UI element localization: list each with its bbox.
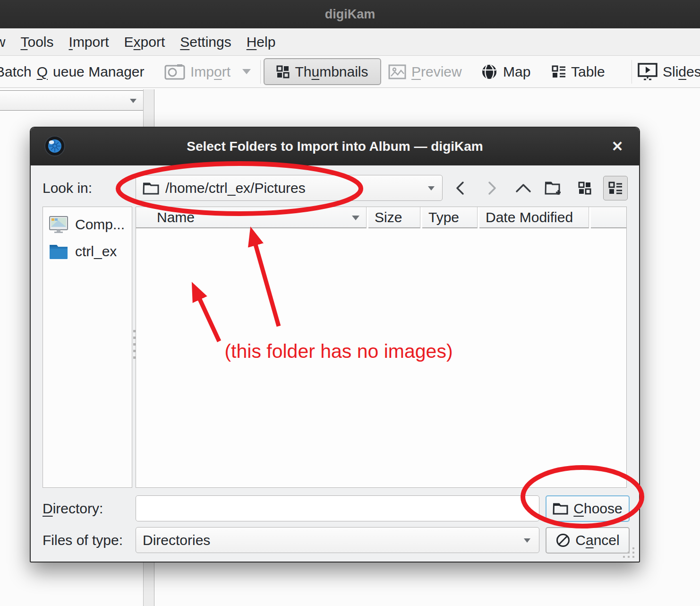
- place-label: Comp...: [75, 216, 125, 233]
- path-combobox[interactable]: /home/ctrl_ex/Pictures: [136, 175, 443, 201]
- back-button[interactable]: [448, 176, 472, 200]
- menu-import[interactable]: Import: [61, 34, 117, 50]
- chevron-down-icon: [428, 186, 435, 190]
- place-label: ctrl_ex: [75, 243, 117, 260]
- files-of-type-value: Directories: [143, 532, 210, 548]
- slideshow-button[interactable]: Slideshow: [638, 56, 700, 87]
- main-toolbar: Batch Queue Manager Import Thumbnails Pr…: [0, 56, 700, 88]
- place-computer[interactable]: Comp...: [43, 211, 132, 238]
- column-header-date-modified[interactable]: Date Modified: [479, 207, 589, 228]
- look-in-label: Look in:: [43, 175, 92, 201]
- place-home[interactable]: ctrl_ex: [43, 238, 132, 265]
- icon-view-button[interactable]: [572, 176, 597, 200]
- list-header: Name Size Type Date Modified: [136, 207, 626, 228]
- digikam-logo-icon: [44, 135, 66, 157]
- files-of-type-combobox[interactable]: Directories: [136, 527, 539, 553]
- column-header-name[interactable]: Name: [136, 207, 367, 228]
- dialog-titlebar[interactable]: Select Folders to Import into Album — di…: [31, 128, 639, 165]
- cancel-button[interactable]: Cancel: [546, 527, 630, 554]
- chevron-down-icon: [524, 538, 530, 543]
- dialog-title: Select Folders to Import into Album — di…: [187, 139, 483, 154]
- preview-button[interactable]: Preview: [388, 56, 462, 87]
- window-titlebar: digiKam: [0, 0, 700, 28]
- folder-icon: [553, 502, 569, 515]
- camera-icon: [164, 63, 185, 80]
- import-button[interactable]: Import: [164, 56, 251, 87]
- cancel-icon: [555, 533, 571, 548]
- sort-descending-icon: [352, 216, 359, 220]
- batch-queue-manager-button[interactable]: Batch Queue Manager: [0, 56, 145, 87]
- preview-image-icon: [388, 64, 406, 79]
- menu-tools[interactable]: Tools: [13, 34, 61, 50]
- chevron-down-icon: [242, 69, 251, 74]
- table-button[interactable]: Table: [552, 56, 605, 87]
- map-button[interactable]: Map: [481, 56, 530, 87]
- folder-icon: [143, 181, 160, 195]
- toolbar-separator: [632, 60, 632, 84]
- slideshow-icon: [638, 63, 657, 81]
- column-header-size[interactable]: Size: [368, 207, 420, 228]
- folder-list[interactable]: Name Size Type Date Modified: [136, 207, 627, 488]
- thumbnails-icon: [276, 65, 290, 78]
- album-sort-combobox[interactable]: [0, 90, 145, 111]
- table-view-icon: [552, 65, 566, 78]
- close-icon[interactable]: ✕: [608, 138, 627, 155]
- thumbnails-button[interactable]: Thumbnails: [264, 58, 381, 85]
- current-path: /home/ctrl_ex/Pictures: [165, 180, 306, 196]
- menu-settings[interactable]: Settings: [172, 34, 239, 50]
- places-panel: Comp... ctrl_ex: [43, 207, 132, 488]
- choose-button[interactable]: Choose: [546, 495, 630, 522]
- files-of-type-label: Files of type:: [43, 527, 123, 553]
- resize-grip-icon[interactable]: [621, 546, 634, 558]
- select-folders-dialog: Select Folders to Import into Album — di…: [30, 127, 640, 563]
- column-header-type[interactable]: Type: [422, 207, 478, 228]
- up-button[interactable]: [511, 176, 536, 200]
- column-header-filler: [591, 207, 626, 228]
- new-folder-button[interactable]: [541, 176, 566, 200]
- toolbar-separator: [260, 60, 261, 84]
- globe-icon: [481, 63, 498, 80]
- detail-view-button[interactable]: [603, 176, 628, 200]
- directory-label: Directory:: [43, 495, 103, 521]
- computer-icon: [49, 216, 68, 234]
- folder-blue-icon: [49, 243, 68, 260]
- window-title: digiKam: [325, 7, 376, 22]
- directory-input[interactable]: [136, 495, 539, 521]
- menu-export[interactable]: Export: [117, 34, 173, 50]
- menu-help[interactable]: Help: [239, 34, 283, 50]
- menu-view[interactable]: View: [0, 34, 13, 50]
- chevron-down-icon: [130, 99, 137, 103]
- forward-button[interactable]: [480, 176, 504, 200]
- menubar: View Tools Import Export Settings Help: [0, 28, 700, 56]
